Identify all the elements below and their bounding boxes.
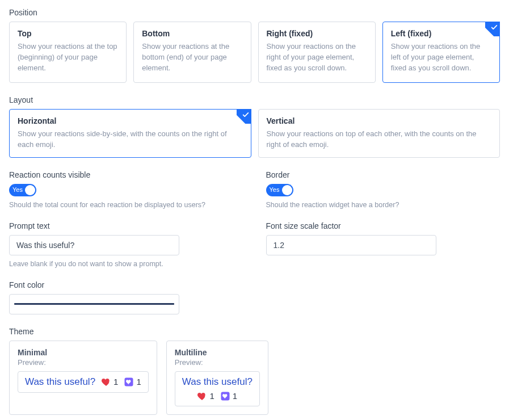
theme-preview: Was this useful? 1 1 — [18, 371, 149, 393]
reaction-heart: 1 — [197, 391, 214, 401]
reaction-count: 1 — [209, 391, 214, 401]
reaction-heart-outline: 1 — [220, 391, 237, 401]
toggle-knob — [25, 185, 35, 195]
option-desc: Show your reactions on the right of your… — [267, 41, 367, 74]
prompt-text-field: Prompt text Leave blank if you do not wa… — [9, 221, 243, 268]
theme-preview-label: Preview: — [175, 358, 260, 367]
font-size-input[interactable] — [266, 235, 436, 255]
theme-preview: Was this useful? 1 1 — [175, 371, 260, 406]
option-desc: Show your reactions on the left of your … — [391, 41, 491, 74]
font-size-field: Font size scale factor — [266, 221, 500, 268]
prompt-text-label: Prompt text — [9, 221, 243, 230]
option-desc: Show your reactions on top of each other… — [267, 129, 492, 150]
heart-filled-icon — [101, 377, 111, 387]
option-title: Left (fixed) — [391, 29, 491, 38]
reaction-heart: 1 — [101, 377, 118, 387]
option-title: Top — [18, 29, 118, 38]
layout-option-horizontal[interactable]: Horizontal Show your reactions side-by-s… — [9, 109, 251, 158]
heart-outline-icon — [220, 391, 230, 401]
counts-visible-label: Reaction counts visible — [9, 170, 243, 179]
counts-visible-help: Should the total count for each reaction… — [9, 201, 243, 209]
reaction-heart-outline: 1 — [124, 377, 141, 387]
theme-title: Multiline — [175, 348, 260, 357]
option-title: Right (fixed) — [267, 29, 367, 38]
toggle-value-label: Yes — [12, 187, 23, 193]
position-option-right-fixed[interactable]: Right (fixed) Show your reactions on the… — [258, 22, 376, 83]
option-title: Bottom — [142, 29, 242, 38]
option-title: Vertical — [267, 116, 492, 125]
preview-reactions: 1 1 — [101, 377, 141, 387]
toggle-knob — [282, 185, 292, 195]
layout-options: Horizontal Show your reactions side-by-s… — [9, 109, 500, 158]
theme-section: Theme Minimal Preview: Was this useful? … — [9, 327, 500, 415]
preview-prompt: Was this useful? — [25, 376, 95, 388]
font-color-label: Font color — [9, 280, 500, 289]
reaction-count: 1 — [136, 377, 141, 387]
counts-visible-toggle[interactable]: Yes — [9, 184, 36, 196]
toggle-value-label: Yes — [270, 187, 280, 193]
text-fields-row: Prompt text Leave blank if you do not wa… — [9, 221, 500, 268]
heart-outline-icon — [124, 377, 134, 387]
layout-section: Layout Horizontal Show your reactions si… — [9, 95, 500, 158]
heart-filled-icon — [197, 391, 207, 401]
prompt-text-help: Leave blank if you do not want to show a… — [9, 260, 243, 268]
theme-label: Theme — [9, 327, 500, 336]
border-toggle[interactable]: Yes — [266, 184, 293, 196]
theme-option-minimal[interactable]: Minimal Preview: Was this useful? 1 1 — [9, 341, 157, 415]
font-color-swatch — [14, 303, 174, 305]
position-option-bottom[interactable]: Bottom Show your reactions at the bottom… — [133, 22, 251, 83]
font-color-section: Font color — [9, 280, 500, 314]
position-label: Position — [9, 8, 500, 17]
theme-options: Minimal Preview: Was this useful? 1 1 Mu… — [9, 341, 500, 415]
reaction-count: 1 — [233, 391, 237, 401]
position-option-top[interactable]: Top Show your reactions at the top (begi… — [9, 22, 127, 83]
counts-visible-field: Reaction counts visible Yes Should the t… — [9, 170, 243, 209]
theme-title: Minimal — [18, 348, 149, 357]
prompt-text-input[interactable] — [9, 235, 179, 255]
theme-preview-label: Preview: — [18, 358, 149, 367]
font-color-input[interactable] — [9, 294, 179, 314]
toggles-row: Reaction counts visible Yes Should the t… — [9, 170, 500, 209]
preview-reactions: 1 1 — [197, 391, 237, 401]
layout-label: Layout — [9, 95, 500, 104]
border-field: Border Yes Should the reaction widget ha… — [266, 170, 500, 209]
option-desc: Show your reactions at the bottom (end) … — [142, 41, 242, 74]
option-desc: Show your reactions side-by-side, with t… — [18, 129, 243, 150]
position-section: Position Top Show your reactions at the … — [9, 8, 500, 83]
border-label: Border — [266, 170, 500, 179]
theme-option-multiline[interactable]: Multiline Preview: Was this useful? 1 1 — [166, 341, 268, 415]
preview-prompt: Was this useful? — [182, 376, 253, 388]
border-help: Should the reaction widget have a border… — [266, 201, 500, 209]
option-title: Horizontal — [18, 116, 243, 125]
position-options: Top Show your reactions at the top (begi… — [9, 22, 500, 83]
option-desc: Show your reactions at the top (beginnin… — [18, 41, 118, 74]
reaction-count: 1 — [113, 377, 118, 387]
font-size-label: Font size scale factor — [266, 221, 500, 230]
layout-option-vertical[interactable]: Vertical Show your reactions on top of e… — [258, 109, 500, 158]
position-option-left-fixed[interactable]: Left (fixed) Show your reactions on the … — [382, 22, 500, 83]
